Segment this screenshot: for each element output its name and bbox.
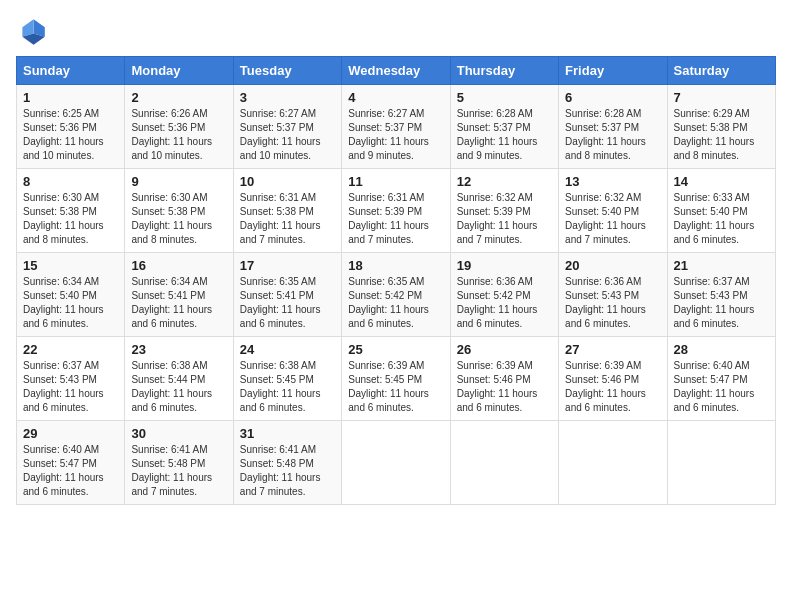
cell-content: Sunrise: 6:37 AM (23, 359, 118, 373)
day-number: 1 (23, 90, 118, 105)
logo (16, 16, 52, 48)
day-number: 6 (565, 90, 660, 105)
cell-content: Daylight: 11 hours (240, 303, 335, 317)
day-number: 2 (131, 90, 226, 105)
day-number: 29 (23, 426, 118, 441)
cell-content: Sunrise: 6:28 AM (565, 107, 660, 121)
cell-content: Sunrise: 6:40 AM (23, 443, 118, 457)
table-row: 4Sunrise: 6:27 AMSunset: 5:37 PMDaylight… (342, 85, 450, 169)
cell-content: Sunrise: 6:27 AM (348, 107, 443, 121)
cell-content: Sunrise: 6:38 AM (131, 359, 226, 373)
cell-content: and 6 minutes. (457, 317, 552, 331)
cell-content: Sunrise: 6:30 AM (131, 191, 226, 205)
table-row: 12Sunrise: 6:32 AMSunset: 5:39 PMDayligh… (450, 169, 558, 253)
cell-content: and 7 minutes. (131, 485, 226, 499)
day-number: 3 (240, 90, 335, 105)
table-row: 1Sunrise: 6:25 AMSunset: 5:36 PMDaylight… (17, 85, 125, 169)
cell-content: Sunrise: 6:35 AM (240, 275, 335, 289)
cell-content: Sunrise: 6:27 AM (240, 107, 335, 121)
cell-content: Sunset: 5:48 PM (131, 457, 226, 471)
col-sunday: Sunday (17, 57, 125, 85)
cell-content: Sunrise: 6:34 AM (23, 275, 118, 289)
table-row: 19Sunrise: 6:36 AMSunset: 5:42 PMDayligh… (450, 253, 558, 337)
cell-content: Daylight: 11 hours (23, 387, 118, 401)
table-row: 31Sunrise: 6:41 AMSunset: 5:48 PMDayligh… (233, 421, 341, 505)
page-header (16, 16, 776, 48)
table-row: 20Sunrise: 6:36 AMSunset: 5:43 PMDayligh… (559, 253, 667, 337)
cell-content: and 6 minutes. (131, 401, 226, 415)
cell-content: Sunrise: 6:40 AM (674, 359, 769, 373)
cell-content: Sunrise: 6:36 AM (457, 275, 552, 289)
cell-content: and 6 minutes. (348, 317, 443, 331)
cell-content: and 6 minutes. (674, 233, 769, 247)
cell-content: Daylight: 11 hours (674, 219, 769, 233)
cell-content: Daylight: 11 hours (23, 135, 118, 149)
table-row: 24Sunrise: 6:38 AMSunset: 5:45 PMDayligh… (233, 337, 341, 421)
cell-content: Sunrise: 6:39 AM (565, 359, 660, 373)
day-number: 23 (131, 342, 226, 357)
table-row: 28Sunrise: 6:40 AMSunset: 5:47 PMDayligh… (667, 337, 775, 421)
cell-content: Daylight: 11 hours (240, 219, 335, 233)
cell-content: and 6 minutes. (23, 485, 118, 499)
calendar-week-row: 1Sunrise: 6:25 AMSunset: 5:36 PMDaylight… (17, 85, 776, 169)
table-row: 30Sunrise: 6:41 AMSunset: 5:48 PMDayligh… (125, 421, 233, 505)
cell-content: Daylight: 11 hours (131, 135, 226, 149)
cell-content: Sunrise: 6:39 AM (457, 359, 552, 373)
cell-content: Sunrise: 6:37 AM (674, 275, 769, 289)
table-row (559, 421, 667, 505)
cell-content: and 6 minutes. (131, 317, 226, 331)
cell-content: and 7 minutes. (457, 233, 552, 247)
cell-content: Sunset: 5:40 PM (23, 289, 118, 303)
cell-content: Daylight: 11 hours (23, 471, 118, 485)
cell-content: and 6 minutes. (240, 401, 335, 415)
cell-content: and 6 minutes. (23, 317, 118, 331)
table-row: 18Sunrise: 6:35 AMSunset: 5:42 PMDayligh… (342, 253, 450, 337)
cell-content: Daylight: 11 hours (23, 303, 118, 317)
cell-content: and 6 minutes. (240, 317, 335, 331)
col-saturday: Saturday (667, 57, 775, 85)
cell-content: Sunrise: 6:26 AM (131, 107, 226, 121)
cell-content: Sunset: 5:46 PM (457, 373, 552, 387)
day-number: 5 (457, 90, 552, 105)
cell-content: Sunset: 5:38 PM (674, 121, 769, 135)
cell-content: Sunset: 5:37 PM (457, 121, 552, 135)
cell-content: and 6 minutes. (674, 317, 769, 331)
day-number: 25 (348, 342, 443, 357)
cell-content: Sunset: 5:43 PM (23, 373, 118, 387)
cell-content: Daylight: 11 hours (457, 219, 552, 233)
day-number: 14 (674, 174, 769, 189)
cell-content: Sunrise: 6:41 AM (131, 443, 226, 457)
cell-content: Daylight: 11 hours (348, 303, 443, 317)
cell-content: Sunrise: 6:31 AM (240, 191, 335, 205)
cell-content: Daylight: 11 hours (674, 135, 769, 149)
cell-content: Sunrise: 6:28 AM (457, 107, 552, 121)
cell-content: Sunset: 5:36 PM (23, 121, 118, 135)
day-number: 21 (674, 258, 769, 273)
cell-content: and 8 minutes. (674, 149, 769, 163)
cell-content: Sunset: 5:40 PM (565, 205, 660, 219)
cell-content: Sunrise: 6:33 AM (674, 191, 769, 205)
table-row (667, 421, 775, 505)
cell-content: Sunset: 5:47 PM (23, 457, 118, 471)
cell-content: Sunset: 5:43 PM (565, 289, 660, 303)
cell-content: and 7 minutes. (348, 233, 443, 247)
cell-content: and 6 minutes. (674, 401, 769, 415)
cell-content: and 6 minutes. (565, 401, 660, 415)
table-row: 9Sunrise: 6:30 AMSunset: 5:38 PMDaylight… (125, 169, 233, 253)
cell-content: Sunset: 5:39 PM (457, 205, 552, 219)
cell-content: Daylight: 11 hours (565, 303, 660, 317)
table-row: 17Sunrise: 6:35 AMSunset: 5:41 PMDayligh… (233, 253, 341, 337)
cell-content: Sunrise: 6:31 AM (348, 191, 443, 205)
calendar-week-row: 8Sunrise: 6:30 AMSunset: 5:38 PMDaylight… (17, 169, 776, 253)
cell-content: and 7 minutes. (240, 233, 335, 247)
cell-content: Daylight: 11 hours (131, 387, 226, 401)
cell-content: Daylight: 11 hours (674, 387, 769, 401)
cell-content: and 6 minutes. (23, 401, 118, 415)
cell-content: Sunset: 5:38 PM (131, 205, 226, 219)
cell-content: and 6 minutes. (565, 317, 660, 331)
table-row: 26Sunrise: 6:39 AMSunset: 5:46 PMDayligh… (450, 337, 558, 421)
cell-content: Daylight: 11 hours (131, 471, 226, 485)
day-number: 11 (348, 174, 443, 189)
cell-content: and 9 minutes. (348, 149, 443, 163)
day-number: 22 (23, 342, 118, 357)
